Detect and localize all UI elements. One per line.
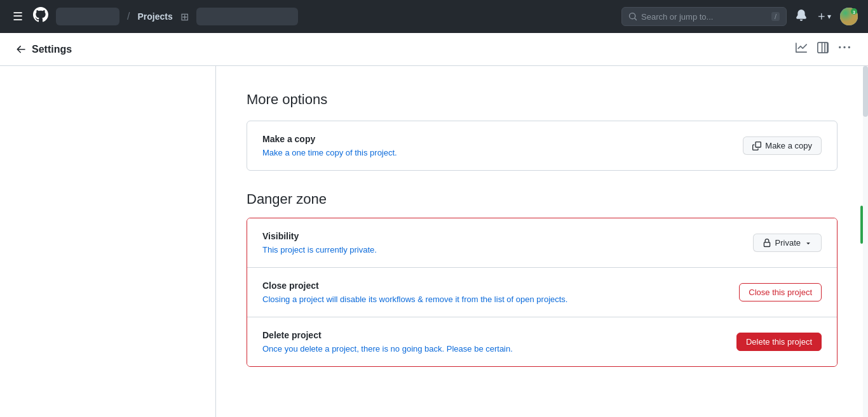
visibility-row: Visibility This project is currently pri…: [247, 218, 837, 267]
danger-zone-heading: Danger zone: [247, 191, 837, 208]
make-copy-button-label: Make a copy: [765, 141, 812, 150]
visibility-button-label: Private: [775, 238, 801, 248]
search-icon: [628, 12, 637, 21]
settings-header-icons: [793, 39, 853, 59]
visibility-title: Visibility: [262, 231, 377, 241]
project-pill[interactable]: [196, 8, 298, 25]
settings-header: Settings: [0, 33, 868, 66]
scrollbar[interactable]: [863, 66, 868, 417]
chart-view-button[interactable]: [793, 39, 810, 59]
hamburger-button[interactable]: ☰: [10, 7, 25, 26]
search-slash: /: [771, 12, 780, 21]
delete-project-text: Delete project Once you delete a project…: [262, 330, 513, 354]
search-bar[interactable]: /: [621, 7, 787, 26]
lock-icon: [763, 239, 771, 248]
settings-title: Settings: [32, 44, 72, 55]
make-copy-title: Make a copy: [262, 134, 397, 144]
delete-project-description: Once you delete a project, there is no g…: [262, 344, 513, 354]
make-copy-card: Make a copy Make a one time copy of this…: [247, 121, 837, 171]
create-button[interactable]: ▾: [816, 11, 832, 22]
notifications-button[interactable]: [794, 8, 808, 25]
avatar[interactable]: 3: [840, 8, 858, 25]
svg-text:3: 3: [853, 10, 855, 15]
close-project-description: Closing a project will disable its workf…: [262, 295, 567, 304]
delete-project-title: Delete project: [262, 330, 513, 340]
close-project-row: Close project Closing a project will dis…: [247, 267, 837, 317]
grid-icon[interactable]: ⊞: [180, 11, 189, 23]
make-copy-button[interactable]: Make a copy: [743, 136, 822, 155]
delete-project-button[interactable]: Delete this project: [736, 333, 822, 351]
org-pill[interactable]: [56, 8, 119, 25]
top-navigation: ☰ / Projects ⊞ / ▾: [0, 0, 868, 33]
scrollbar-thumb[interactable]: [863, 66, 868, 117]
chevron-down-icon: [804, 239, 812, 247]
visibility-text: Visibility This project is currently pri…: [262, 231, 377, 255]
settings-sidebar: [0, 66, 216, 417]
green-accent-bar: [860, 206, 863, 244]
back-button[interactable]: [15, 44, 27, 55]
copy-icon: [752, 142, 761, 150]
main-layout: More options Make a copy Make a one time…: [0, 66, 868, 417]
close-project-title: Close project: [262, 281, 567, 291]
make-copy-card-text: Make a copy Make a one time copy of this…: [262, 134, 397, 157]
close-project-text: Close project Closing a project will dis…: [262, 281, 567, 304]
breadcrumb-separator: /: [127, 11, 130, 22]
visibility-button[interactable]: Private: [753, 234, 822, 252]
projects-link[interactable]: Projects: [137, 11, 172, 22]
more-options-button[interactable]: [836, 39, 853, 59]
make-copy-description: Make a one time copy of this project.: [262, 148, 397, 157]
close-project-button[interactable]: Close this project: [739, 283, 822, 301]
more-options-heading: More options: [247, 91, 837, 108]
search-input[interactable]: [641, 12, 768, 22]
danger-zone-card: Visibility This project is currently pri…: [247, 218, 837, 367]
close-project-button-label: Close this project: [749, 288, 812, 297]
settings-content: More options Make a copy Make a one time…: [216, 66, 868, 417]
columns-view-button[interactable]: [815, 39, 831, 59]
delete-project-button-label: Delete this project: [746, 337, 812, 347]
visibility-description: This project is currently private.: [262, 245, 377, 255]
github-logo: [33, 7, 48, 26]
topnav-icons: ▾ 3: [794, 8, 858, 25]
delete-project-row: Delete project Once you delete a project…: [247, 317, 837, 366]
